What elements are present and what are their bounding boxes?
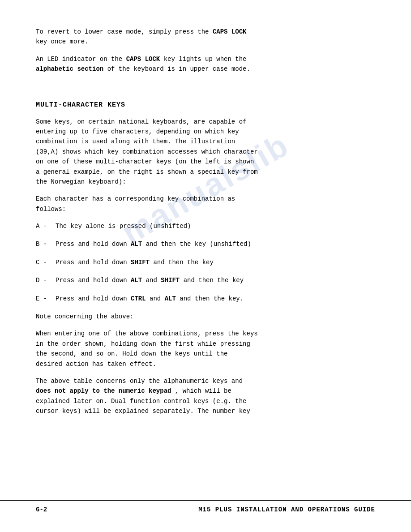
list-label-a: A - [36, 221, 52, 231]
list-text-b: Press and hold down ALT and then the key… [56, 239, 251, 249]
p2-start: An LED indicator on the [36, 56, 126, 63]
list-label-d: D - [36, 275, 52, 285]
footer-page-number: 6-2 [36, 506, 47, 513]
list-item-d: D - Press and hold down ALT and SHIFT an… [36, 275, 375, 285]
p1-text: To revert to lower case mode, simply pre… [36, 28, 213, 35]
p6-mid: , which will be [171, 387, 231, 395]
p6-bold: does not apply to the numeric keypad [36, 387, 171, 395]
list-label-e: E - [36, 294, 52, 304]
p6-end1: explained later on. Dual function contro… [36, 398, 246, 405]
list-text-e: Press and hold down CTRL and ALT and the… [56, 294, 244, 304]
list-c-end: and then the key [150, 259, 214, 266]
list-d-bold2: SHIFT [161, 277, 180, 284]
footer-bar: 6-2 M15 PLUS INSTALLATION AND OPERATIONS… [0, 500, 411, 519]
list-e-bold1: CTRL [131, 295, 146, 302]
list-d-mid: and [142, 277, 161, 284]
paragraph-6: The above table concerns only the alphan… [36, 376, 375, 416]
p2-bold2: alphabetic section [36, 65, 103, 73]
footer-title: M15 PLUS INSTALLATION AND OPERATIONS GUI… [198, 506, 375, 513]
list-c-bold: SHIFT [131, 259, 150, 266]
paragraph-5: When entering one of the above combinati… [36, 329, 375, 369]
list-text-c: Press and hold down SHIFT and then the k… [56, 257, 214, 267]
list-e-mid: and [146, 295, 165, 302]
list-e-start: Press and hold down [56, 295, 131, 302]
paragraph-1: To revert to lower case mode, simply pre… [36, 27, 375, 47]
p2-bold1: CAPS LOCK [126, 56, 160, 63]
p1-end: key once more. [36, 38, 89, 45]
note-text: Note concerning the above: [36, 313, 133, 320]
list-c-start: Press and hold down [56, 259, 131, 266]
list-item-a: A - The key alone is pressed (unshifted) [36, 221, 375, 231]
list-d-start: Press and hold down [56, 277, 131, 284]
p1-bold: CAPS LOCK [213, 28, 247, 35]
list-text-d: Press and hold down ALT and SHIFT and th… [56, 275, 244, 285]
list-text-a: The key alone is pressed (unshifted) [56, 221, 191, 231]
list-b-bold: ALT [131, 240, 142, 248]
list-item-b: B - Press and hold down ALT and then the… [36, 239, 375, 249]
p6-end2: cursor keys) will be explained separatel… [36, 408, 250, 415]
list-b-end: and then the key (unshifted) [142, 240, 251, 248]
list-label-b: B - [36, 239, 52, 249]
list-d-bold1: ALT [131, 277, 142, 284]
p2-mid: key lights up when the [160, 56, 246, 63]
list-e-bold2: ALT [165, 295, 176, 302]
paragraph-4: Each character has a corresponding key c… [36, 194, 375, 214]
list-label-c: C - [36, 257, 52, 267]
p2-end: of the keyboard is in upper case mode. [103, 65, 250, 73]
paragraph-2: An LED indicator on the CAPS LOCK key li… [36, 54, 375, 74]
list-item-e: E - Press and hold down CTRL and ALT and… [36, 294, 375, 304]
list-b-start: Press and hold down [56, 240, 131, 248]
note-paragraph: Note concerning the above: [36, 312, 375, 322]
paragraph-3: Some keys, on certain national keyboards… [36, 117, 375, 187]
section-heading: MULTI-CHARACTER KEYS [36, 101, 375, 109]
list-e-end: and then the key. [176, 295, 244, 302]
list-d-end: and then the key [180, 277, 244, 284]
list-item-c: C - Press and hold down SHIFT and then t… [36, 257, 375, 267]
page-container: manualslib To revert to lower case mode,… [0, 0, 411, 532]
